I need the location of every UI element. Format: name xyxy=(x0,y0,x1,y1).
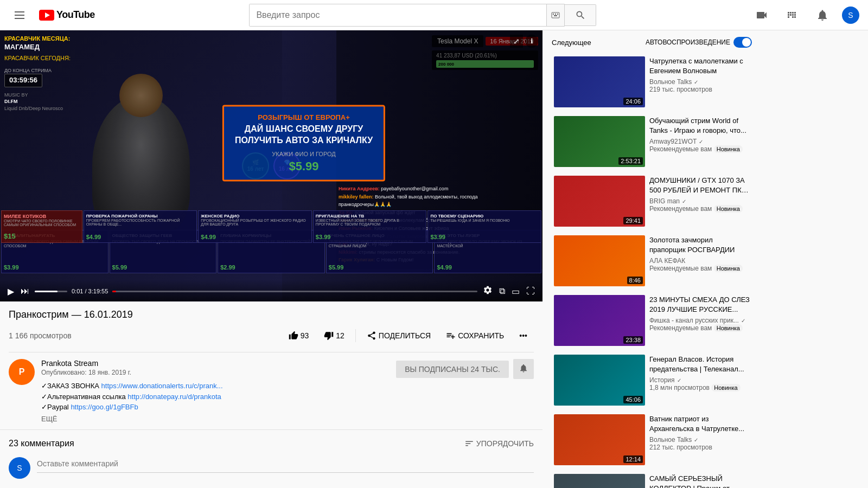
publish-date: Опубликовано: 18 янв. 2019 г. xyxy=(41,369,390,376)
volume-bar[interactable] xyxy=(35,291,67,292)
sidebar-video-item[interactable]: 24:06 Чатрулетка с малолетками с Евгение… xyxy=(552,54,752,110)
sidebar-view-count: 1,8 млн просмотров Новинка xyxy=(649,384,750,391)
youtube-logo-text: YouTube xyxy=(56,9,95,21)
chat-msg-2: mikkiley fallen: Вольной, твой выход апл… xyxy=(339,194,540,201)
settings-button[interactable] xyxy=(482,284,494,298)
video-controls: ▶ ⏭ 0:01 / 3:19:55 ⧉ ▭ ⛶ xyxy=(0,280,542,301)
control-right: ⧉ ▭ ⛶ xyxy=(482,284,536,298)
theater-button[interactable]: ▭ xyxy=(510,285,521,298)
timer-label: ДО КОНЦА СТРИМА xyxy=(4,67,71,74)
desc-link1[interactable]: https://www.donationalerts.ru/c/prank... xyxy=(101,382,223,390)
sidebar-video-item[interactable]: 29:41 ДОМУШНИКИ / GTX 1070 ЗА 500 РУБЛЕЙ… xyxy=(552,174,752,229)
sidebar-view-count: Рекомендуемые вам Новинка xyxy=(649,265,750,272)
show-more-button[interactable]: ЕЩЁ xyxy=(41,415,390,423)
hamburger-button[interactable] xyxy=(9,4,30,26)
sidebar-video-item[interactable]: 45:06 Генерал Власов. История предательс… xyxy=(552,352,752,408)
sidebar-thumbnail: 8:46 xyxy=(554,235,645,286)
video-player[interactable]: КРАСАВЧИК МЕСЯЦА: МАГАМЕД КРАСАВЧИК СЕГО… xyxy=(0,30,542,301)
new-badge: Новинка xyxy=(714,145,743,153)
info-button[interactable]: ℹ xyxy=(525,35,538,48)
sidebar-video-info: САМЫЙ СЕРЬЕЗНЫЙ КОЛЛЕКТОР | Пранки от...… xyxy=(649,474,750,488)
sidebar-videos-container: 24:06 Чатрулетка с малолетками с Евгение… xyxy=(552,54,752,488)
notifications-button[interactable] xyxy=(812,4,833,26)
promo-card-7[interactable]: ПРОВЕРКА ПОЖАРНОЙ ОХРАНЫ ПРОВЕРЯЕМ РАБОТ… xyxy=(84,210,197,243)
header-search xyxy=(249,4,596,27)
sidebar-channel-name: Вольное Talks ✓ xyxy=(649,78,750,86)
video-upload-button[interactable] xyxy=(751,4,773,26)
comments-section: 23 комментария УПОРЯДОЧИТЬ S S so xyxy=(0,430,542,488)
apps-button[interactable] xyxy=(781,4,803,26)
skip-button[interactable]: ⏭ xyxy=(20,285,30,297)
video-actions: 93 12 ПОДЕЛИТЬСЯ СОХРАНИТЬ xyxy=(282,326,534,345)
video-meta: 1 166 просмотров 93 12 ПОДЕЛИТЬСЯ xyxy=(9,326,534,352)
sidebar-channel-name: Фишка - канал русских прик... ✓ xyxy=(649,317,750,324)
subscribe-area: ВЫ ПОДПИСАНЫ 24 ТЫС. xyxy=(396,359,534,379)
sidebar-channel-name: Amway921WOT ✓ xyxy=(649,138,750,145)
video-title: Пранкострим — 16.01.2019 xyxy=(9,308,534,322)
comments-count: 23 комментария xyxy=(9,439,74,448)
dislike-button[interactable]: 12 xyxy=(317,326,351,345)
sidebar-video-item[interactable]: 12:14 Ватник патриот из Архангельска в Ч… xyxy=(552,412,752,467)
toggle-knob xyxy=(742,38,751,47)
comment-input[interactable] xyxy=(37,457,534,473)
sidebar-view-count: Рекомендуемые вам Новинка xyxy=(649,205,750,213)
miniplayer-button[interactable]: ⧉ xyxy=(498,285,506,297)
sidebar-thumbnail: 2:53:21 xyxy=(554,116,645,167)
progress-bar[interactable] xyxy=(112,291,477,292)
hamburger-icon xyxy=(15,11,24,19)
expand-button[interactable]: ⤢ xyxy=(510,35,523,48)
desc-link3[interactable]: https://goo.gl/1gFBFb xyxy=(71,403,138,411)
video-duration: 24:06 xyxy=(623,98,643,105)
channel-desc: ✓ЗАКАЗ ЗВОНКА https://www.donationalerts… xyxy=(41,381,390,413)
play-button[interactable]: ▶ xyxy=(7,285,15,298)
sort-button[interactable]: УПОРЯДОЧИТЬ xyxy=(464,439,534,448)
avatar[interactable]: S xyxy=(842,7,859,24)
sidebar-video-info: 23 МИНУТЫ СМЕХА ДО СЛЕЗ 2019 ЛУЧШИЕ РУСС… xyxy=(649,295,750,346)
stream-name: МАГАМЕД xyxy=(4,42,71,52)
subscription-bell-button[interactable] xyxy=(513,359,534,379)
video-duration: 29:41 xyxy=(623,217,643,224)
autoplay-toggle-button[interactable] xyxy=(733,37,752,48)
comment-input-area: S xyxy=(9,457,534,479)
verified-icon: ✓ xyxy=(682,198,686,204)
svg-rect-3 xyxy=(553,14,554,15)
youtube-logo[interactable]: YouTube xyxy=(39,9,95,21)
sidebar-video-item[interactable]: 2:53:21 Обучающий стрим World of Tanks -… xyxy=(552,114,752,169)
sidebar-video-item[interactable]: 8:46 Золотота зачморил прапорщик РОСГВАР… xyxy=(552,233,752,288)
promo-card-8[interactable]: ЖЕНСКОЕ РАДИО ПРОВОКАЦИОННЫЙ РОЗЫГРЫШ ОТ… xyxy=(198,210,312,243)
verified-icon: ✓ xyxy=(741,318,745,324)
channel-name[interactable]: Prankota Stream xyxy=(41,359,390,368)
current-user-avatar: S xyxy=(9,457,30,479)
desc-line3: ✓Paypal xyxy=(41,403,69,411)
sidebar-thumbnail: 45:06 xyxy=(554,355,645,406)
keyboard-icon xyxy=(551,11,560,20)
video-background: КРАСАВЧИК МЕСЯЦА: МАГАМЕД КРАСАВЧИК СЕГО… xyxy=(0,30,542,301)
save-button[interactable]: СОХРАНИТЬ xyxy=(439,326,510,345)
sidebar-video-item[interactable]: 13:31 САМЫЙ СЕРЬЕЗНЫЙ КОЛЛЕКТОР | Пранки… xyxy=(552,472,752,488)
more-button[interactable]: ••• xyxy=(513,326,534,345)
share-button[interactable]: ПОДЕЛИТЬСЯ xyxy=(360,326,437,345)
sidebar-thumbnail: 24:06 xyxy=(554,56,645,107)
sidebar-thumbnail: 29:41 xyxy=(554,176,645,227)
verified-icon: ✓ xyxy=(694,79,698,85)
save-label: СОХРАНИТЬ xyxy=(458,331,504,340)
promo-card-10[interactable]: ПО ТВОЕМУ СЦЕНАРИЮ ТЫ РЕШАЕШЬ КУДА И ЗАЧ… xyxy=(427,210,541,243)
thumbs-up-icon xyxy=(289,331,298,341)
promo-card-6[interactable]: МИЛЕЕ КОТИКОВ СМОТРИ ЧАТО СВОЕГО ПОЛОВИН… xyxy=(1,210,82,243)
chat-msg-3: пранкодрочеры🙏🙏🙏 xyxy=(339,201,540,208)
subscribed-button[interactable]: ВЫ ПОДПИСАНЫ 24 ТЫС. xyxy=(396,361,509,378)
like-button[interactable]: 93 xyxy=(282,326,316,345)
video-section: КРАСАВЧИК МЕСЯЦА: МАГАМЕД КРАСАВЧИК СЕГО… xyxy=(0,30,542,488)
desc-link2[interactable]: http://donatepay.ru/d/prankota xyxy=(127,393,221,401)
video-duration: 12:14 xyxy=(623,455,643,463)
search-button[interactable] xyxy=(565,4,596,26)
sidebar-video-item[interactable]: 23:38 23 МИНУТЫ СМЕХА ДО СЛЕЗ 2019 ЛУЧШИ… xyxy=(552,293,752,348)
search-input[interactable] xyxy=(250,4,546,26)
fullscreen-button[interactable]: ⛶ xyxy=(525,285,536,297)
channel-details: Prankota Stream Опубликовано: 18 янв. 20… xyxy=(41,359,390,423)
new-badge: Новинка xyxy=(714,324,743,332)
promo-card-9[interactable]: ПРИГЛАШЕНИЕ НА ТВ ИЗВЕСТНЫЙ КАНАЛ ЗОВЕТ … xyxy=(313,210,427,243)
new-badge: Новинка xyxy=(714,265,743,272)
sidebar-video-title: Генерал Власов. История предательства | … xyxy=(649,355,750,374)
comments-header: 23 комментария УПОРЯДОЧИТЬ xyxy=(9,439,534,448)
